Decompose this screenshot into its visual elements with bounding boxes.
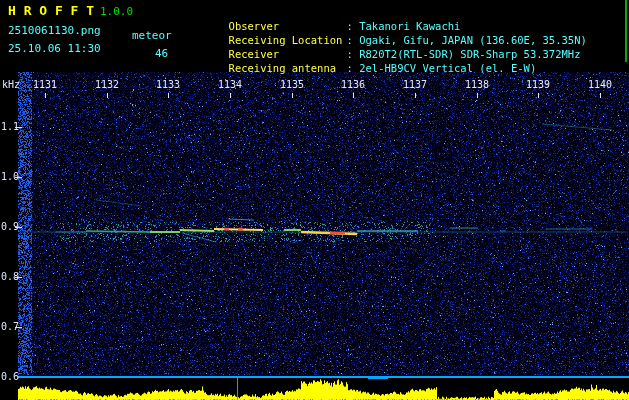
filename-label: 2510061130.png: [8, 24, 101, 37]
mode-label: meteor: [132, 29, 172, 42]
info-value-observer: : Takanori Kawachi: [347, 20, 461, 32]
time-label: 1135: [279, 79, 305, 90]
info-value-location: : Ogaki, Gifu, JAPAN (136.60E, 35.35N): [347, 34, 587, 46]
time-label: 1138: [464, 79, 490, 90]
freq-label: 0.9: [1, 221, 19, 232]
time-label: 1137: [402, 79, 428, 90]
spectrogram-canvas: [0, 72, 629, 375]
version-label: 1.0.0: [100, 5, 133, 18]
info-value-receiver: : R820T2(RTL-SDR) SDR-Sharp 53.372MHz: [347, 48, 581, 60]
info-value-antenna: : 2el-HB9CV Vertical (el. E-W): [347, 62, 537, 74]
app-title: H R O F F T: [8, 3, 94, 18]
echo-count-label: 46: [155, 47, 168, 60]
time-label: 1136: [340, 79, 366, 90]
time-label: 1134: [217, 79, 243, 90]
time-label: 1131: [32, 79, 58, 90]
signal-meter-canvas: [0, 375, 629, 400]
time-label: 1139: [525, 79, 551, 90]
header-right-border: [625, 0, 627, 62]
hrofft-window: H R O F F T 1.0.0 2510061130.png meteor …: [0, 0, 629, 400]
info-row: Observer: Takanori Kawachi: [178, 5, 587, 19]
freq-label: 0.8: [1, 271, 19, 282]
time-label: 1140: [587, 79, 613, 90]
info-label-observer: Observer: [229, 19, 347, 33]
header: H R O F F T 1.0.0 2510061130.png meteor …: [0, 0, 629, 72]
station-info: Observer: Takanori Kawachi Receiving Loc…: [178, 5, 587, 61]
freq-label: 0.6: [1, 371, 19, 382]
datetime-label: 25.10.06 11:30: [8, 42, 101, 55]
freq-label: 1.0: [1, 171, 19, 182]
freq-label: 1.1: [1, 121, 19, 132]
time-label: 1132: [94, 79, 120, 90]
freq-unit-label: kHz: [2, 79, 20, 90]
info-label-location: Receiving Location: [229, 33, 347, 47]
freq-label: 0.7: [1, 321, 19, 332]
info-label-antenna: Receiving antenna: [229, 61, 347, 75]
info-label-receiver: Receiver: [229, 47, 347, 61]
